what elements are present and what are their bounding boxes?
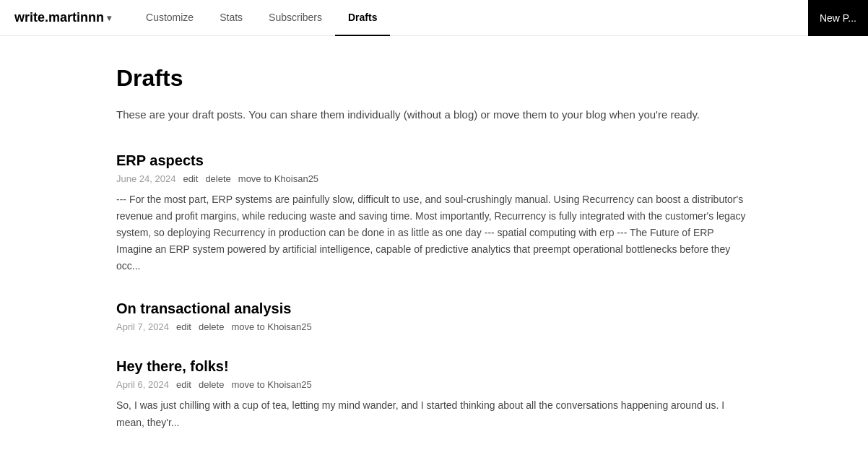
- draft-post-delete-transactional[interactable]: delete: [199, 321, 224, 332]
- page-description: These are your draft posts. You can shar…: [116, 106, 752, 124]
- draft-post-move-transactional[interactable]: move to Khoisan25: [231, 321, 311, 332]
- nav-item-stats[interactable]: Stats: [207, 0, 256, 36]
- draft-post-excerpt-hey: So, I was just chilling with a cup of te…: [116, 397, 752, 430]
- draft-post-date-erp: June 24, 2024: [116, 173, 175, 184]
- draft-post-excerpt-erp: --- For the most part, ERP systems are p…: [116, 191, 752, 274]
- header-right: New P...: [808, 0, 868, 35]
- header: write.martinnn ▾ Customize Stats Subscri…: [0, 0, 868, 36]
- nav-item-drafts[interactable]: Drafts: [335, 0, 390, 36]
- brand-logo[interactable]: write.martinnn ▾: [14, 10, 111, 25]
- draft-post-edit-transactional[interactable]: edit: [176, 321, 191, 332]
- draft-post-title-transactional[interactable]: On transactional analysis: [116, 300, 752, 317]
- draft-post-hey: Hey there, folks! April 6, 2024 edit del…: [116, 358, 752, 430]
- draft-post-delete-hey[interactable]: delete: [199, 379, 224, 390]
- draft-post-title-hey[interactable]: Hey there, folks!: [116, 358, 752, 375]
- draft-post-transactional: On transactional analysis April 7, 2024 …: [116, 300, 752, 332]
- draft-post-meta-erp: June 24, 2024 edit delete move to Khoisa…: [116, 173, 752, 184]
- main-nav: Customize Stats Subscribers Drafts: [133, 0, 854, 36]
- brand-name: write.martinnn: [14, 10, 104, 25]
- draft-post-move-erp[interactable]: move to Khoisan25: [238, 173, 318, 184]
- draft-post-date-transactional: April 7, 2024: [116, 321, 169, 332]
- nav-item-customize[interactable]: Customize: [133, 0, 207, 36]
- draft-post-meta-hey: April 6, 2024 edit delete move to Khoisa…: [116, 379, 752, 390]
- draft-post-meta-transactional: April 7, 2024 edit delete move to Khoisa…: [116, 321, 752, 332]
- draft-post-erp: ERP aspects June 24, 2024 edit delete mo…: [116, 152, 752, 274]
- draft-post-title-erp[interactable]: ERP aspects: [116, 152, 752, 169]
- page-title: Drafts: [116, 65, 752, 92]
- new-post-button[interactable]: New P...: [808, 0, 868, 36]
- draft-post-date-hey: April 6, 2024: [116, 379, 169, 390]
- nav-item-subscribers[interactable]: Subscribers: [256, 0, 335, 36]
- draft-post-delete-erp[interactable]: delete: [205, 173, 230, 184]
- main-content: Drafts These are your draft posts. You c…: [102, 36, 766, 455]
- draft-post-edit-erp[interactable]: edit: [183, 173, 198, 184]
- brand-chevron-icon: ▾: [107, 13, 111, 23]
- draft-post-edit-hey[interactable]: edit: [176, 379, 191, 390]
- draft-post-move-hey[interactable]: move to Khoisan25: [231, 379, 311, 390]
